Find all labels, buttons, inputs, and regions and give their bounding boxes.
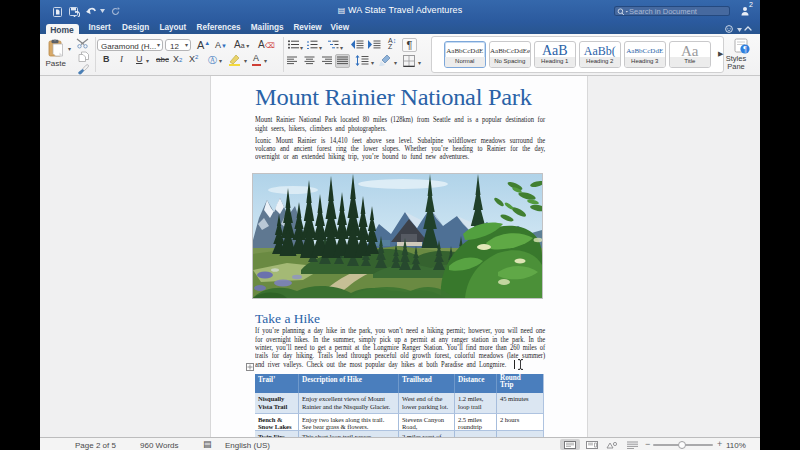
svg-text:¶: ¶ <box>743 45 747 54</box>
